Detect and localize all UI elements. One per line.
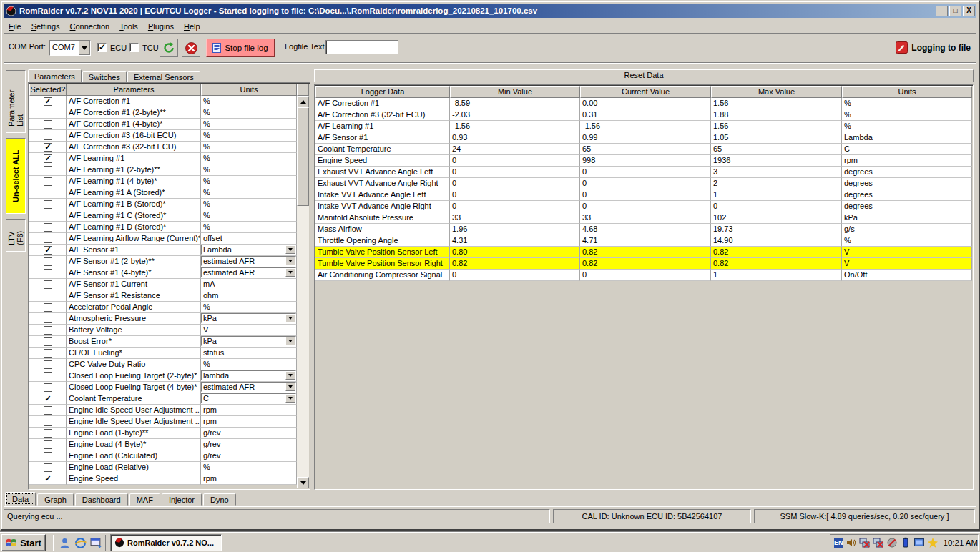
row-checkbox[interactable]: ✓ <box>44 97 52 106</box>
table-row[interactable]: CL/OL Fueling*status <box>29 348 297 359</box>
table-row[interactable]: A/F Learning #1 (4-byte)*% <box>29 176 297 187</box>
ecu-checkbox[interactable]: ✓ <box>97 43 107 52</box>
unit-dropdown-button[interactable] <box>285 383 295 391</box>
row-checkbox[interactable] <box>44 132 52 140</box>
table-row[interactable]: Battery VoltageV <box>29 325 297 336</box>
side-tab-parameter-list[interactable]: Parameter List <box>6 70 26 133</box>
table-row[interactable]: Engine Load (Calculated)g/rev <box>29 450 297 462</box>
unit-select[interactable]: estimated AFR <box>201 267 296 277</box>
table-row[interactable]: ✓A/F Correction #3 (32-bit ECU)% <box>29 142 297 153</box>
row-checkbox[interactable] <box>44 235 52 243</box>
table-row[interactable]: Closed Loop Fueling Target (4-byte)*esti… <box>29 382 297 393</box>
table-row[interactable]: A/F Sensor #1 (4-byte)*estimated AFR <box>29 267 297 279</box>
table-row[interactable]: A/F Learning #1 A (Stored)*% <box>29 187 297 199</box>
table-row[interactable]: A/F Correction #1 (2-byte)**% <box>29 107 297 119</box>
messenger-icon[interactable] <box>59 537 71 549</box>
row-checkbox[interactable] <box>44 326 52 335</box>
battery-icon[interactable] <box>900 537 911 548</box>
table-row[interactable]: ✓Engine Speedrpm <box>29 473 297 485</box>
row-checkbox[interactable]: ✓ <box>44 143 52 152</box>
romraider-task-button[interactable]: RomRaider v0.7.2 NO... <box>110 534 222 551</box>
row-checkbox[interactable] <box>44 429 52 438</box>
row-checkbox[interactable] <box>44 120 52 129</box>
row-checkbox[interactable]: ✓ <box>44 395 52 403</box>
table-row[interactable]: A/F Learning #1 C (Stored)*% <box>29 210 297 222</box>
table-row[interactable]: Engine Idle Speed User Adjustment ...rpm <box>29 416 297 428</box>
menu-item-help[interactable]: Help <box>179 21 205 32</box>
tcu-checkbox-group[interactable]: TCU <box>129 43 159 52</box>
unit-dropdown-button[interactable] <box>285 268 295 277</box>
table-row[interactable]: Engine Load (1-byte)**g/rev <box>29 428 297 439</box>
row-checkbox[interactable] <box>44 372 52 380</box>
maximize-button[interactable]: □ <box>949 6 961 16</box>
tcu-checkbox[interactable] <box>129 43 139 52</box>
row-checkbox[interactable] <box>44 418 52 426</box>
tab-switches[interactable]: Switches <box>82 71 127 82</box>
minimize-button[interactable]: _ <box>936 6 948 16</box>
table-row[interactable]: Closed Loop Fueling Target (2-byte)*lamb… <box>29 370 297 382</box>
com-port-dropdown-button[interactable] <box>79 41 90 55</box>
alert-icon[interactable] <box>927 537 939 548</box>
row-checkbox[interactable] <box>44 109 52 117</box>
unit-dropdown-button[interactable] <box>285 245 295 254</box>
row-checkbox[interactable] <box>44 166 52 174</box>
disconnect-button[interactable] <box>182 39 200 57</box>
row-checkbox[interactable] <box>44 452 52 460</box>
row-checkbox[interactable] <box>44 223 52 232</box>
unit-select[interactable]: C <box>201 393 296 403</box>
unit-dropdown-button[interactable] <box>285 394 295 403</box>
reset-data-button[interactable]: Reset Data <box>314 69 974 82</box>
table-row[interactable]: A/F Sensor #1 (2-byte)**estimated AFR <box>29 256 297 267</box>
logfile-text-input[interactable] <box>325 40 398 54</box>
unit-dropdown-button[interactable] <box>285 257 295 265</box>
table-row[interactable]: A/F Sensor #1 Resistanceohm <box>29 290 297 302</box>
unit-dropdown-button[interactable] <box>285 371 295 380</box>
table-row[interactable]: ✓A/F Correction #1% <box>29 96 297 107</box>
row-checkbox[interactable] <box>44 292 52 300</box>
table-row[interactable]: A/F Learning #1 B (Stored)*% <box>29 199 297 210</box>
row-checkbox[interactable] <box>44 257 52 266</box>
unit-select[interactable]: estimated AFR <box>201 382 296 392</box>
network-offline-icon[interactable] <box>873 537 884 548</box>
internet-explorer-icon[interactable] <box>74 537 87 549</box>
scroll-down-button[interactable] <box>297 477 309 488</box>
unit-dropdown-button[interactable] <box>285 314 295 322</box>
row-checkbox[interactable] <box>44 406 52 415</box>
start-button[interactable]: Start <box>1 534 46 551</box>
row-checkbox[interactable] <box>44 189 52 197</box>
tab-injector[interactable]: Injector <box>162 493 202 506</box>
tab-maf[interactable]: MAF <box>129 493 160 506</box>
table-row[interactable]: A/F Correction #3 (16-bit ECU)% <box>29 130 297 142</box>
row-checkbox[interactable] <box>44 212 52 220</box>
parameters-scrollbar[interactable] <box>297 96 309 488</box>
unit-dropdown-button[interactable] <box>285 337 295 345</box>
close-button[interactable]: X <box>963 6 975 16</box>
table-row[interactable]: A/F Learning #1 (2-byte)**% <box>29 164 297 176</box>
table-row[interactable]: Accelerator Pedal Angle% <box>29 302 297 313</box>
blocked-device-icon[interactable] <box>886 537 898 548</box>
ecu-checkbox-group[interactable]: ✓ ECU <box>97 43 127 52</box>
menu-item-plugins[interactable]: Plugins <box>143 21 179 32</box>
side-tab-un-select-all[interactable]: Un-select ALL <box>6 138 26 214</box>
table-row[interactable]: A/F Sensor #1 CurrentmA <box>29 279 297 290</box>
row-checkbox[interactable] <box>44 315 52 323</box>
tab-parameters[interactable]: Parameters <box>28 69 82 82</box>
row-checkbox[interactable]: ✓ <box>44 475 52 483</box>
table-row[interactable]: ✓A/F Learning #1% <box>29 153 297 164</box>
reconnect-button[interactable] <box>160 39 178 57</box>
table-row[interactable]: A/F Correction #1 (4-byte)*% <box>29 119 297 130</box>
row-checkbox[interactable] <box>44 463 52 472</box>
row-checkbox[interactable] <box>44 440 52 449</box>
menu-item-connection[interactable]: Connection <box>65 21 115 32</box>
table-row[interactable]: Atmospheric PressurekPa <box>29 313 297 325</box>
table-row[interactable]: Engine Load (4-Byte)*g/rev <box>29 439 297 450</box>
unit-select[interactable]: kPa <box>201 313 296 323</box>
tab-dyno[interactable]: Dyno <box>203 493 236 506</box>
volume-icon[interactable] <box>846 537 857 548</box>
title-bar[interactable]: RomRaider v0.7.2 NOV11 2020 | ECU/TCU Lo… <box>4 4 976 18</box>
com-port-select[interactable]: COM7 <box>49 40 91 56</box>
menu-item-file[interactable]: File <box>4 21 26 32</box>
row-checkbox[interactable] <box>44 349 52 358</box>
table-row[interactable]: Engine Load (Relative)% <box>29 462 297 473</box>
row-checkbox[interactable] <box>44 280 52 289</box>
